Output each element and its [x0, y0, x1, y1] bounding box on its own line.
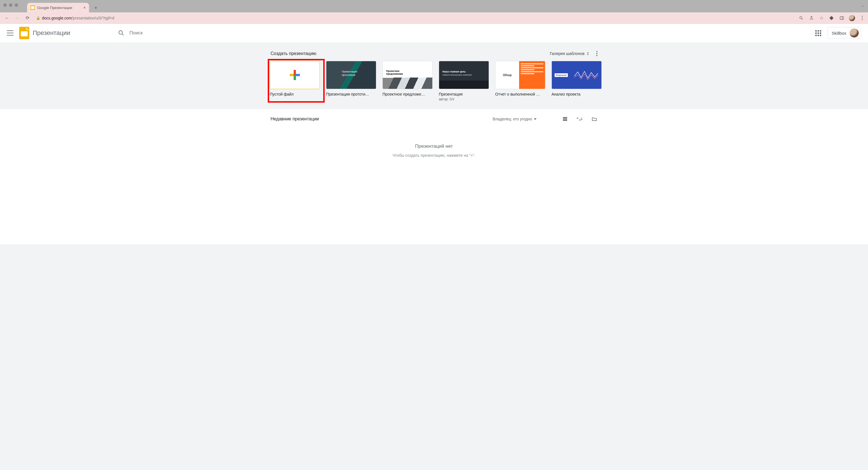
new-tab-button[interactable]: + — [92, 4, 100, 12]
zoom-icon[interactable] — [798, 15, 804, 21]
template-work-report[interactable]: Обзор Отчет о выполненной … — [495, 61, 545, 101]
svg-rect-2 — [840, 17, 843, 20]
share-icon[interactable] — [808, 15, 814, 21]
svg-text:A: A — [577, 117, 579, 120]
slides-logo-icon — [19, 27, 29, 39]
chevron-down-icon — [534, 118, 536, 120]
template-label: Презентация прототи… — [326, 92, 376, 96]
tab-overflow-icon[interactable]: ⌄ — [861, 3, 864, 7]
svg-text:Z: Z — [579, 118, 581, 121]
template-label: Пустой файл — [270, 92, 320, 96]
url-path: /presentation/u/0/?tgif=d — [72, 16, 115, 20]
empty-subtitle: Чтобы создать презентацию, нажмите на "+… — [268, 153, 600, 157]
templates-more-button[interactable] — [593, 49, 600, 58]
svg-line-1 — [802, 19, 803, 20]
app-title: Презентации — [33, 29, 70, 37]
template-label: Проектное предложе… — [382, 92, 433, 96]
account-avatar-icon — [850, 28, 859, 37]
template-label: Отчет о выполненной … — [495, 92, 545, 96]
plus-icon — [290, 70, 300, 80]
account-switcher[interactable]: Skillbox — [828, 27, 861, 39]
template-project-proposal[interactable]: Проектноепредложение Проектное предложе… — [382, 61, 433, 101]
window-zoom[interactable] — [14, 3, 18, 7]
template-project-analysis[interactable]: Результат Анализ проекта — [552, 61, 602, 101]
svg-rect-6 — [563, 117, 567, 118]
close-tab-icon[interactable]: × — [84, 5, 86, 10]
file-picker-icon[interactable] — [591, 116, 597, 122]
window-minimize[interactable] — [9, 3, 12, 7]
extensions-icon[interactable] — [829, 15, 835, 21]
browser-menu-icon[interactable] — [859, 15, 865, 21]
gallery-label: Галерея шаблонов — [550, 51, 585, 56]
template-label: Анализ проекта — [552, 92, 602, 96]
template-gallery-button[interactable]: Галерея шаблонов ▲▼ — [547, 50, 592, 58]
forward-button[interactable]: → — [13, 14, 22, 22]
back-button[interactable]: ← — [3, 14, 11, 22]
owner-filter-label: Владелец: кто угодно — [493, 117, 532, 121]
template-thumb: Презентацияпрототипов — [326, 61, 376, 89]
template-author: автор: GV — [439, 97, 489, 101]
slides-favicon-icon — [30, 5, 35, 10]
search-icon[interactable] — [118, 30, 124, 36]
svg-line-5 — [122, 34, 124, 35]
sort-az-icon[interactable]: AZ — [577, 116, 583, 122]
address-bar[interactable]: 🔒 docs.google.com/presentation/u/0/?tgif… — [33, 14, 794, 22]
recent-heading: Недавние презентации — [271, 116, 319, 121]
sidepanel-icon[interactable] — [839, 15, 845, 21]
list-view-icon[interactable] — [562, 116, 568, 122]
browser-tab[interactable]: Google Презентации × — [27, 3, 89, 12]
window-close[interactable] — [3, 3, 7, 7]
template-prototypes[interactable]: Презентацияпрототипов Презентация протот… — [326, 61, 376, 101]
search-input[interactable] — [129, 30, 214, 36]
svg-point-4 — [119, 31, 123, 34]
account-name: Skillbox — [832, 31, 846, 35]
template-thumb: Проектноепредложение — [382, 61, 433, 89]
templates-heading: Создать презентацию — [268, 51, 316, 56]
template-thumb: Результат — [552, 61, 602, 89]
svg-rect-8 — [563, 120, 567, 121]
url-host: docs.google.com — [42, 16, 72, 20]
reload-button[interactable]: ⟳ — [23, 14, 32, 22]
template-blank[interactable]: Пустой файл — [270, 61, 320, 101]
lock-icon: 🔒 — [36, 16, 40, 20]
google-apps-icon[interactable] — [815, 30, 821, 36]
owner-filter[interactable]: Владелец: кто угодно — [493, 117, 536, 121]
svg-point-0 — [800, 17, 802, 19]
svg-rect-7 — [563, 118, 567, 119]
template-thumb: Наша главная цель: Укажите миссию/цель к… — [439, 61, 489, 89]
template-presentation[interactable]: Наша главная цель: Укажите миссию/цель к… — [439, 61, 489, 101]
tab-title: Google Презентации — [37, 6, 72, 10]
bookmark-star-icon[interactable]: ☆ — [818, 15, 825, 21]
template-label: Презентация — [439, 92, 489, 96]
profile-avatar-icon[interactable] — [849, 15, 855, 21]
unfold-icon: ▲▼ — [587, 52, 589, 56]
template-thumb-blank — [270, 61, 320, 89]
main-menu-button[interactable] — [7, 30, 13, 35]
template-thumb: Обзор — [495, 61, 545, 89]
empty-title: Презентаций нет — [268, 144, 600, 149]
